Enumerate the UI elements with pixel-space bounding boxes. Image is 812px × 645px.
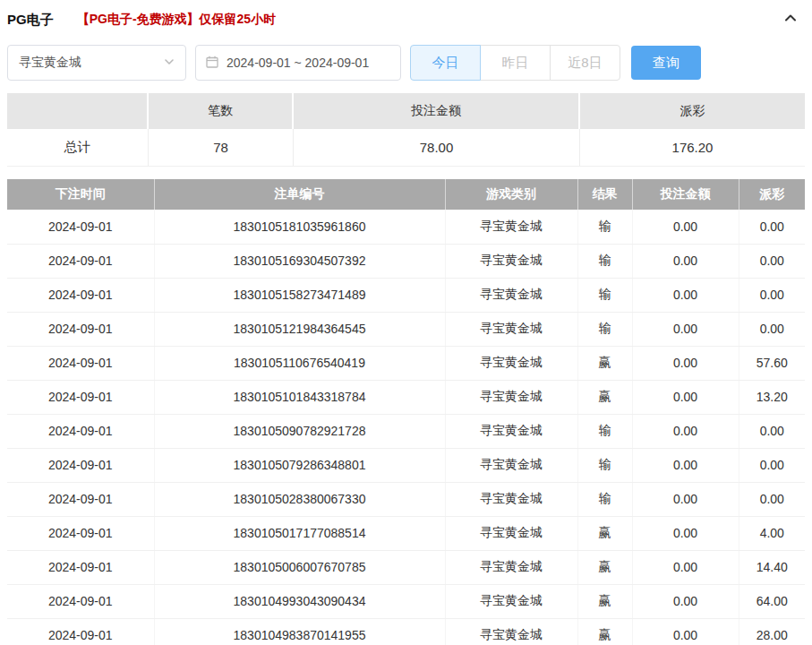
table-row: 2024-09-01 1830105110676540419 寻宝黄金城 赢 0…: [7, 346, 805, 380]
payout-cell: 4.00: [739, 516, 805, 550]
calendar-icon: [205, 55, 219, 72]
result-cell: 输: [577, 312, 632, 346]
col-header-game-type: 游戏类别: [445, 179, 577, 210]
col-header-bet-time: 下注时间: [7, 179, 154, 210]
bet-time-cell: 2024-09-01: [7, 550, 154, 584]
quick-button-last8days[interactable]: 近8日: [550, 45, 620, 81]
col-header-payout: 派彩: [739, 179, 805, 210]
bet-time-cell: 2024-09-01: [7, 244, 154, 278]
table-row: 2024-09-01 1830105090782921728 寻宝黄金城 输 0…: [7, 414, 805, 448]
bet-id-cell: 1830104993043090434: [154, 584, 445, 618]
bet-time-cell: 2024-09-01: [7, 584, 154, 618]
payout-cell: 28.00: [739, 618, 805, 645]
table-row: 2024-09-01 1830105079286348801 寻宝黄金城 输 0…: [7, 448, 805, 482]
bet-amount-cell: 0.00: [632, 414, 739, 448]
bet-amount-cell: 0.00: [632, 618, 739, 645]
col-header-bet-id: 注单编号: [154, 179, 445, 210]
bet-amount-cell: 0.00: [632, 210, 739, 244]
retention-notice: 【PG电子-免费游戏】仅保留25小时: [77, 12, 276, 28]
bet-amount-cell: 0.00: [632, 312, 739, 346]
game-select-value: 寻宝黄金城: [19, 55, 81, 71]
game-type-cell: 寻宝黄金城: [445, 210, 577, 244]
game-type-cell: 寻宝黄金城: [445, 346, 577, 380]
result-cell: 赢: [577, 346, 632, 380]
bet-id-cell: 1830105017177088514: [154, 516, 445, 550]
bet-amount-cell: 0.00: [632, 516, 739, 550]
bet-time-cell: 2024-09-01: [7, 278, 154, 312]
game-type-cell: 寻宝黄金城: [445, 448, 577, 482]
game-type-cell: 寻宝黄金城: [445, 380, 577, 414]
summary-total-label: 总计: [7, 129, 149, 167]
bet-amount-cell: 0.00: [632, 278, 739, 312]
table-row: 2024-09-01 1830105006007670785 寻宝黄金城 赢 0…: [7, 550, 805, 584]
bet-amount-cell: 0.00: [632, 346, 739, 380]
game-type-cell: 寻宝黄金城: [445, 278, 577, 312]
date-range-input[interactable]: 2024-09-01 ~ 2024-09-01: [195, 45, 401, 81]
payout-cell: 14.40: [739, 550, 805, 584]
bet-time-cell: 2024-09-01: [7, 482, 154, 516]
col-header-result: 结果: [577, 179, 632, 210]
payout-cell: 0.00: [739, 312, 805, 346]
summary-total-count: 78: [149, 129, 294, 167]
table-row: 2024-09-01 1830105158273471489 寻宝黄金城 输 0…: [7, 278, 805, 312]
bet-time-cell: 2024-09-01: [7, 618, 154, 645]
game-type-cell: 寻宝黄金城: [445, 482, 577, 516]
game-type-cell: 寻宝黄金城: [445, 414, 577, 448]
bet-amount-cell: 0.00: [632, 550, 739, 584]
bet-id-cell: 1830105101843318784: [154, 380, 445, 414]
summary-header-empty: [7, 93, 149, 129]
bet-table-body: 2024-09-01 1830105181035961860 寻宝黄金城 输 0…: [7, 210, 805, 645]
result-cell: 输: [577, 244, 632, 278]
quick-button-yesterday[interactable]: 昨日: [480, 45, 551, 81]
bet-amount-cell: 0.00: [632, 482, 739, 516]
table-row: 2024-09-01 1830105169304507392 寻宝黄金城 输 0…: [7, 244, 805, 278]
game-type-cell: 寻宝黄金城: [445, 312, 577, 346]
game-type-cell: 寻宝黄金城: [445, 550, 577, 584]
bet-records-table: 下注时间 注单编号 游戏类别 结果 投注金额 派彩 2024-09-01 183…: [7, 179, 805, 645]
bet-amount-cell: 0.00: [632, 448, 739, 482]
bet-amount-cell: 0.00: [632, 584, 739, 618]
bet-time-cell: 2024-09-01: [7, 516, 154, 550]
result-cell: 赢: [577, 550, 632, 584]
payout-cell: 57.60: [739, 346, 805, 380]
summary-header-payout: 派彩: [580, 93, 805, 129]
result-cell: 赢: [577, 516, 632, 550]
date-quick-buttons: 今日 昨日 近8日: [410, 45, 620, 81]
game-type-cell: 寻宝黄金城: [445, 244, 577, 278]
payout-cell: 0.00: [739, 210, 805, 244]
result-cell: 输: [577, 278, 632, 312]
summary-total-payout: 176.20: [580, 129, 805, 167]
bet-time-cell: 2024-09-01: [7, 448, 154, 482]
bet-time-cell: 2024-09-01: [7, 414, 154, 448]
page-title: PG电子: [7, 12, 54, 29]
summary-table: 笔数 投注金额 派彩 总计 78 78.00 176.20: [7, 93, 805, 167]
bet-time-cell: 2024-09-01: [7, 380, 154, 414]
chevron-up-icon: [783, 11, 798, 29]
result-cell: 赢: [577, 584, 632, 618]
search-button[interactable]: 查询: [631, 46, 701, 80]
result-cell: 输: [577, 210, 632, 244]
filter-bar: 寻宝黄金城 2024-09-01 ~ 2024-09-01 今日 昨日 近8日 …: [7, 45, 805, 81]
result-cell: 赢: [577, 380, 632, 414]
summary-header-row: 笔数 投注金额 派彩: [7, 93, 805, 129]
table-row: 2024-09-01 1830104983870141955 寻宝黄金城 赢 0…: [7, 618, 805, 645]
bet-id-cell: 1830104983870141955: [154, 618, 445, 645]
table-row: 2024-09-01 1830105028380067330 寻宝黄金城 输 0…: [7, 482, 805, 516]
result-cell: 赢: [577, 618, 632, 645]
table-row: 2024-09-01 1830105121984364545 寻宝黄金城 输 0…: [7, 312, 805, 346]
game-type-cell: 寻宝黄金城: [445, 584, 577, 618]
payout-cell: 0.00: [739, 448, 805, 482]
col-header-bet-amount: 投注金额: [632, 179, 739, 210]
quick-button-today[interactable]: 今日: [410, 45, 481, 81]
date-range-value: 2024-09-01 ~ 2024-09-01: [227, 56, 369, 70]
result-cell: 输: [577, 448, 632, 482]
game-type-cell: 寻宝黄金城: [445, 618, 577, 645]
bet-time-cell: 2024-09-01: [7, 312, 154, 346]
bet-id-cell: 1830105079286348801: [154, 448, 445, 482]
bet-id-cell: 1830105090782921728: [154, 414, 445, 448]
collapse-button[interactable]: [783, 11, 805, 29]
payout-cell: 13.20: [739, 380, 805, 414]
bet-id-cell: 1830105006007670785: [154, 550, 445, 584]
payout-cell: 0.00: [739, 278, 805, 312]
game-select[interactable]: 寻宝黄金城: [7, 45, 186, 81]
